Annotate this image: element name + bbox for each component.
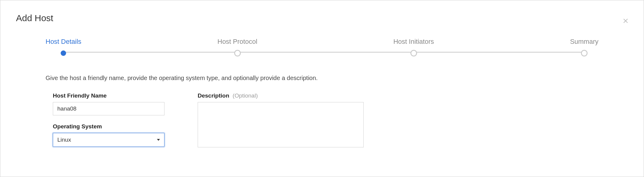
os-field-group: Operating System Linux: [53, 123, 164, 147]
instruction-text: Give the host a friendly name, provide t…: [46, 75, 598, 82]
step-label: Host Initiators: [393, 38, 434, 46]
stepper-container: Host Details Host Protocol Host Initiato…: [16, 38, 628, 147]
step-dot-icon: [234, 50, 241, 56]
wizard-stepper: Host Details Host Protocol Host Initiato…: [46, 38, 598, 56]
host-friendly-name-input[interactable]: [53, 102, 164, 115]
modal-title: Add Host: [16, 13, 628, 23]
description-column: Description (Optional): [198, 92, 364, 147]
close-icon: [623, 18, 629, 24]
operating-system-select[interactable]: Linux: [53, 133, 164, 147]
form-row: Host Friendly Name Operating System Linu…: [46, 92, 598, 147]
step-host-protocol[interactable]: Host Protocol: [218, 38, 257, 56]
step-summary[interactable]: Summary: [570, 38, 598, 56]
step-dot-icon: [61, 50, 66, 56]
step-dot-icon: [581, 50, 588, 56]
add-host-modal: Add Host Host Details Host Protocol Host…: [0, 0, 644, 177]
step-dot-icon: [410, 50, 417, 56]
step-host-details[interactable]: Host Details: [46, 38, 81, 56]
step-label: Host Protocol: [218, 38, 257, 46]
step-label: Host Details: [46, 38, 81, 46]
close-button[interactable]: [622, 17, 629, 24]
description-label: Description (Optional): [198, 92, 364, 99]
caret-down-icon: [157, 139, 160, 141]
description-label-text: Description: [198, 92, 229, 99]
description-optional-text: (Optional): [233, 92, 258, 99]
description-textarea[interactable]: [198, 102, 364, 147]
step-host-initiators[interactable]: Host Initiators: [393, 38, 434, 56]
host-friendly-name-label: Host Friendly Name: [53, 92, 164, 99]
host-name-column: Host Friendly Name Operating System Linu…: [53, 92, 164, 147]
operating-system-label: Operating System: [53, 123, 164, 130]
step-label: Summary: [570, 38, 598, 46]
operating-system-value: Linux: [57, 137, 71, 143]
stepper-line: [62, 52, 584, 53]
